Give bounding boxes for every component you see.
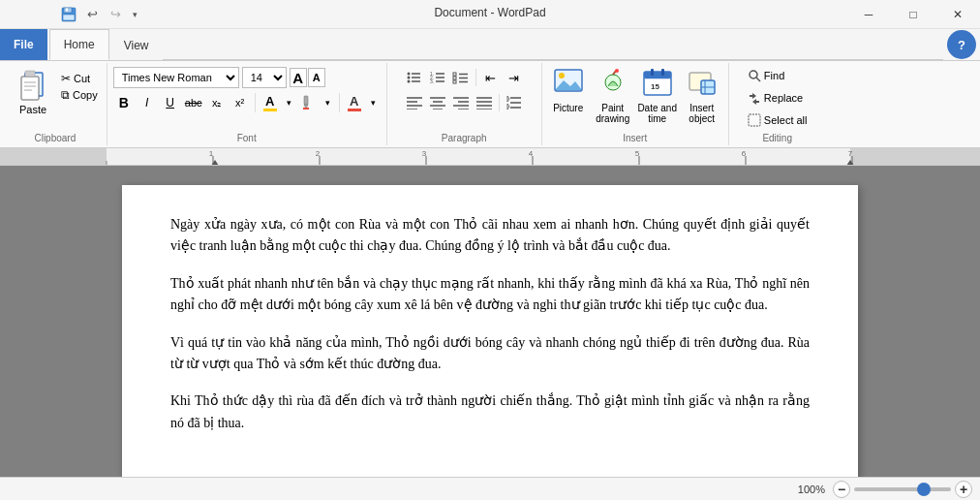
bold-button[interactable]: B	[113, 92, 135, 113]
zoom-thumb	[917, 483, 931, 496]
svg-rect-29	[453, 80, 456, 83]
highlight-dropdown[interactable]: ▾	[283, 95, 296, 110]
subscript-button[interactable]: x₂	[206, 92, 228, 113]
insert-object-label: Insert object	[689, 103, 715, 124]
paste-button[interactable]: Paste	[10, 67, 56, 117]
align-justify-button[interactable]	[474, 92, 495, 113]
tab-view[interactable]: View	[109, 29, 164, 60]
svg-rect-5	[21, 77, 39, 100]
quick-access-dropdown[interactable]: ▾	[128, 4, 141, 25]
insert-object-icon	[688, 69, 717, 103]
paint-label: Paint drawing	[596, 103, 629, 124]
zoom-out-button[interactable]: −	[833, 481, 850, 498]
svg-rect-70	[749, 114, 760, 126]
font-grow-button[interactable]: A	[290, 68, 307, 87]
decrease-indent-button[interactable]: ⇤	[480, 67, 502, 88]
tab-home[interactable]: Home	[49, 29, 109, 60]
italic-button[interactable]: I	[137, 92, 158, 113]
document-area: Ngày xửa ngày xưa, có một con Rùa và một…	[0, 166, 980, 477]
font-family-select[interactable]: Times New Roman	[113, 67, 239, 88]
select-all-button[interactable]: Select all	[744, 111, 812, 129]
font-size-select[interactable]: 14	[242, 67, 287, 88]
insert-object-button[interactable]: Insert object	[682, 67, 722, 126]
clipboard-actions: ✂ Cut ⧉ Copy	[58, 71, 101, 103]
svg-rect-12	[303, 108, 309, 109]
font-divider2	[339, 93, 340, 112]
zoom-in-button[interactable]: +	[955, 481, 972, 498]
cut-button[interactable]: ✂ Cut	[58, 71, 101, 86]
paint-drawing-button[interactable]: Paint drawing	[593, 67, 633, 126]
svg-rect-25	[453, 73, 456, 76]
numbered-list-button[interactable]: 1.2.3.	[427, 67, 448, 88]
editing-label: Editing	[762, 131, 792, 143]
date-label: Date and time	[637, 103, 677, 124]
date-icon: 15	[643, 69, 672, 103]
paint-icon	[598, 69, 628, 103]
underline-button[interactable]: U	[160, 92, 181, 113]
zoom-level: 100%	[798, 484, 825, 495]
picture-label: Picture	[553, 103, 583, 113]
text-color-dropdown[interactable]: ▾	[322, 95, 335, 110]
zoom-slider[interactable]	[854, 487, 951, 491]
paragraph-label: Paragraph	[442, 131, 487, 143]
svg-marker-88	[846, 160, 854, 166]
paragraph-group: 1.2.3. ⇤ ⇥	[387, 63, 542, 145]
svg-rect-3	[63, 15, 75, 20]
superscript-button[interactable]: x²	[230, 92, 251, 113]
find-button[interactable]: Find	[744, 67, 788, 84]
svg-point-15	[407, 77, 410, 79]
close-button[interactable]: ✕	[935, 0, 980, 29]
svg-rect-6	[25, 71, 35, 77]
ribbon: Paste ✂ Cut ⧉ Copy Clipboard	[0, 61, 980, 148]
picture-button[interactable]: Picture	[548, 67, 589, 115]
font-color-dropdown[interactable]: ▾	[367, 95, 381, 110]
svg-point-57	[615, 69, 619, 73]
paragraph-4[interactable]: Khi Thỏ thức dậy thì rùa đã đến đích và …	[170, 391, 810, 434]
undo-button[interactable]: ↩	[81, 4, 103, 25]
insert-label: Insert	[623, 131, 647, 143]
title-bar: ↩ ↪ ▾ Document - WordPad ─ □ ✕	[0, 0, 980, 29]
svg-point-68	[750, 71, 757, 78]
highlight-color-button[interactable]: A	[260, 92, 281, 113]
tab-file[interactable]: File	[0, 29, 47, 60]
paragraph-3[interactable]: Vì quá tự tin vào khả năng của mình, Thỏ…	[170, 332, 810, 376]
svg-text:5: 5	[635, 149, 640, 158]
status-bar: 100% − +	[0, 477, 980, 500]
line-spacing-button[interactable]	[504, 92, 525, 113]
svg-marker-51	[507, 104, 509, 109]
svg-rect-27	[453, 77, 456, 79]
copy-button[interactable]: ⧉ Copy	[58, 87, 101, 103]
insert-group: Picture Paint drawing	[542, 63, 729, 145]
list-style-button[interactable]	[450, 67, 472, 88]
increase-indent-button[interactable]: ⇥	[504, 67, 525, 88]
svg-rect-61	[661, 69, 664, 76]
svg-text:3: 3	[422, 149, 427, 158]
align-center-button[interactable]	[427, 92, 448, 113]
maximize-button[interactable]: □	[891, 0, 935, 29]
bullet-list-button[interactable]	[404, 67, 425, 88]
save-button[interactable]	[58, 4, 79, 25]
font-color-button[interactable]: A	[344, 92, 365, 113]
svg-marker-50	[507, 96, 509, 102]
replace-button[interactable]: Replace	[744, 89, 807, 107]
document-page[interactable]: Ngày xửa ngày xưa, có một con Rùa và một…	[122, 185, 858, 477]
help-button[interactable]: ?	[947, 30, 976, 59]
para-divider1	[475, 69, 476, 86]
date-time-button[interactable]: 15 Date and time	[637, 67, 678, 126]
cut-icon: ✂	[61, 72, 71, 85]
paragraph-2[interactable]: Thỏ xuất phát nhanh như tên bắn và chạy …	[170, 273, 810, 317]
align-left-button[interactable]	[404, 92, 425, 113]
svg-point-13	[407, 73, 410, 76]
svg-text:4: 4	[529, 149, 534, 158]
font-shrink-button[interactable]: A	[308, 68, 325, 87]
clipboard-label: Clipboard	[34, 131, 76, 143]
minimize-button[interactable]: ─	[846, 0, 891, 29]
text-color-button[interactable]	[298, 92, 320, 113]
svg-text:2: 2	[316, 149, 321, 158]
redo-button[interactable]: ↪	[105, 4, 126, 25]
align-right-button[interactable]	[450, 92, 472, 113]
paragraph-1[interactable]: Ngày xửa ngày xưa, có một con Rùa và một…	[170, 214, 810, 258]
copy-icon: ⧉	[61, 88, 70, 102]
strikethrough-button[interactable]: abc	[183, 92, 204, 113]
svg-text:15: 15	[651, 82, 659, 91]
